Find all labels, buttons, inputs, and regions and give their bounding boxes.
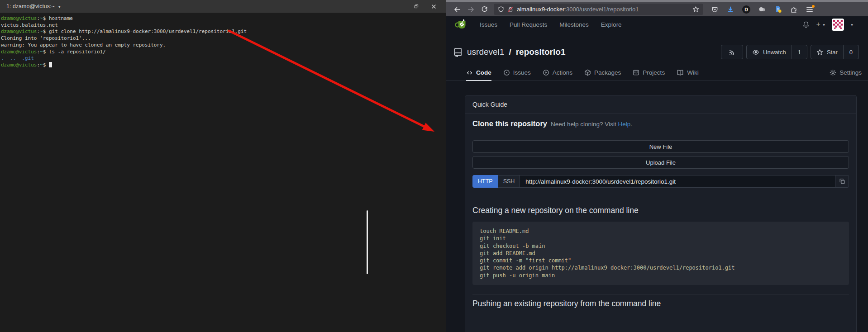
menu-icon[interactable] [804, 4, 816, 15]
terminal-line: warning: You appear to have cloned an em… [1, 42, 445, 49]
terminal-cursor [49, 62, 52, 67]
plus-icon: + [816, 20, 820, 28]
terminal-line: dzamo@victus:~$ ls -a repositorio1/ [1, 49, 445, 56]
terminal-line: victus.balaitus.net [1, 22, 445, 29]
http-toggle-button[interactable]: HTTP [472, 175, 498, 188]
quick-guide-header: Quick Guide [465, 95, 856, 114]
tab-settings[interactable]: Settings [830, 69, 862, 81]
issue-icon [503, 69, 510, 76]
copy-url-button[interactable] [835, 175, 849, 188]
unwatch-button[interactable]: Unwatch 1 [746, 45, 807, 59]
terminal-line: Cloning into 'repositorio1'... [1, 35, 445, 42]
dark-reader-icon[interactable]: D [740, 4, 752, 15]
nav-pull-requests[interactable]: Pull Requests [510, 21, 547, 28]
create-repo-code-block: touch README.md git init git checkout -b… [472, 222, 849, 285]
chevron-down-icon: ▾ [58, 4, 61, 9]
star-count[interactable]: 0 [843, 45, 858, 59]
circles-extension-icon[interactable] [756, 4, 768, 15]
forward-button[interactable] [464, 4, 477, 15]
terminal-title-text: 1: dzamo@victus:~ [6, 3, 55, 9]
tab-actions[interactable]: Actions [543, 69, 572, 81]
section-divider [472, 201, 849, 201]
project-board-icon [633, 69, 639, 76]
terminal-scrollbar[interactable] [367, 210, 368, 274]
notifications-bell-icon[interactable] [802, 21, 810, 28]
wiki-book-icon [677, 69, 684, 76]
clone-section-title: Clone this repository [472, 119, 547, 128]
nav-issues[interactable]: Issues [480, 21, 497, 28]
quick-guide-box: Quick Guide Clone this repository Need h… [465, 95, 857, 332]
terminal-output: dzamo@victus:~$ hostnamevictus.balaitus.… [0, 13, 446, 71]
repo-tabs: Code Issues Actions Packages [446, 66, 868, 81]
repo-separator: / [509, 47, 511, 57]
extensions-puzzle-icon[interactable] [788, 4, 800, 15]
gitea-navbar: Issues Pull Requests Milestones Explore … [446, 16, 868, 33]
ssh-toggle-button[interactable]: SSH [498, 175, 520, 188]
upload-file-button[interactable]: Upload File [472, 156, 849, 169]
url-text: almalinux9-docker:3000/usrdevel1/reposit… [517, 6, 689, 13]
terminal-line: dzamo@victus:~$ git clone http://almalin… [1, 28, 445, 35]
rss-button[interactable] [721, 45, 743, 59]
chevron-down-icon: ▾ [851, 22, 853, 27]
watch-count[interactable]: 1 [792, 45, 807, 59]
create-new-button[interactable]: + ▾ [816, 20, 825, 28]
repo-title: usrdevel1 / repositorio1 [453, 47, 565, 57]
download-icon[interactable] [725, 4, 736, 15]
repo-book-icon [453, 47, 463, 57]
bookmark-star-icon[interactable] [692, 6, 699, 13]
toolbar-extensions: D [709, 4, 816, 15]
gitea-page: Issues Pull Requests Milestones Explore … [446, 16, 868, 332]
clone-help-text: Need help cloning? Visit Help. [551, 121, 632, 128]
star-icon [816, 49, 823, 56]
copy-icon [839, 178, 845, 185]
browser-window: almalinux9-docker:3000/usrdevel1/reposit… [446, 0, 868, 332]
pocket-icon[interactable] [709, 4, 720, 15]
tab-packages[interactable]: Packages [584, 69, 621, 81]
terminal-line: dzamo@victus:~$ hostname [1, 15, 445, 22]
terminal-window: 1: dzamo@victus:~ ▾ dzamo@victus:~$ host… [0, 0, 446, 332]
terminal-title: 1: dzamo@victus:~ ▾ [6, 3, 61, 9]
create-repo-section-title: Creating a new repository on the command… [472, 206, 849, 215]
svg-text:D: D [744, 7, 748, 12]
close-window-button[interactable] [430, 3, 437, 9]
package-cube-icon [584, 69, 591, 76]
terminal-line: . .. .git [1, 55, 445, 62]
reload-button[interactable] [477, 4, 491, 15]
insecure-lock-icon[interactable] [507, 6, 514, 13]
tab-projects[interactable]: Projects [633, 69, 665, 81]
address-bar[interactable]: almalinux9-docker:3000/usrdevel1/reposit… [494, 4, 703, 15]
terminal-titlebar: 1: dzamo@victus:~ ▾ [0, 0, 446, 13]
tab-wiki[interactable]: Wiki [677, 69, 699, 81]
repo-header: usrdevel1 / repositorio1 [446, 33, 868, 59]
section-divider [472, 294, 849, 294]
tab-issues[interactable]: Issues [503, 69, 531, 81]
push-repo-section-title: Pushing an existing repository from the … [472, 299, 849, 308]
repo-owner-link[interactable]: usrdevel1 [467, 47, 504, 57]
restore-window-button[interactable] [413, 3, 420, 9]
nav-explore[interactable]: Explore [601, 21, 622, 28]
eye-icon [752, 49, 759, 56]
repo-name-link[interactable]: repositorio1 [516, 47, 566, 57]
unwatch-label: Unwatch [763, 49, 786, 56]
back-button[interactable] [450, 4, 464, 15]
shield-icon[interactable] [498, 6, 504, 13]
star-label: Star [827, 49, 838, 56]
terminal-line: dzamo@victus:~$ [1, 62, 445, 69]
update-badge [812, 5, 815, 8]
star-button[interactable]: Star 0 [811, 45, 859, 59]
new-file-button[interactable]: New File [472, 140, 849, 153]
gear-icon [830, 69, 836, 76]
repo-content: Quick Guide Clone this repository Need h… [446, 81, 868, 332]
chevron-down-icon: ▾ [823, 22, 825, 27]
tab-code[interactable]: Code [466, 69, 491, 81]
nav-milestones[interactable]: Milestones [559, 21, 589, 28]
clone-url-input[interactable]: http://almalinux9-docker:3000/usrdevel1/… [520, 175, 835, 188]
gitea-logo[interactable] [455, 18, 467, 31]
help-link[interactable]: Help [618, 121, 630, 128]
browser-toolbar: almalinux9-docker:3000/usrdevel1/reposit… [446, 2, 868, 16]
user-avatar[interactable] [832, 19, 844, 31]
clone-url-bar: HTTP SSH http://almalinux9-docker:3000/u… [472, 175, 849, 188]
code-icon [466, 70, 473, 76]
translate-document-icon[interactable] [772, 4, 784, 15]
play-circle-icon [543, 69, 549, 76]
